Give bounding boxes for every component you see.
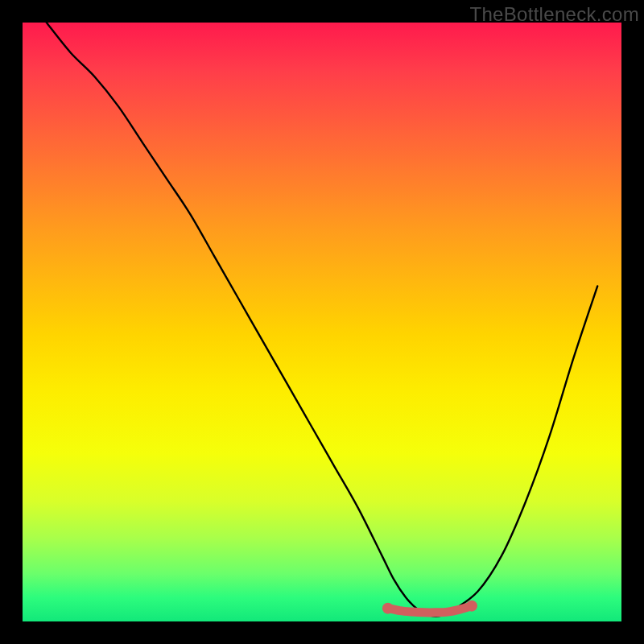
highlight-segment — [388, 606, 472, 613]
highlight-endpoint-left — [382, 603, 394, 614]
plot-area — [23, 23, 621, 621]
highlight-endpoint-right — [466, 601, 477, 612]
chart-svg — [23, 23, 621, 621]
chart-frame: TheBottleneck.com — [0, 0, 644, 644]
bottleneck-curve — [47, 23, 597, 616]
watermark-label: TheBottleneck.com — [469, 3, 639, 26]
